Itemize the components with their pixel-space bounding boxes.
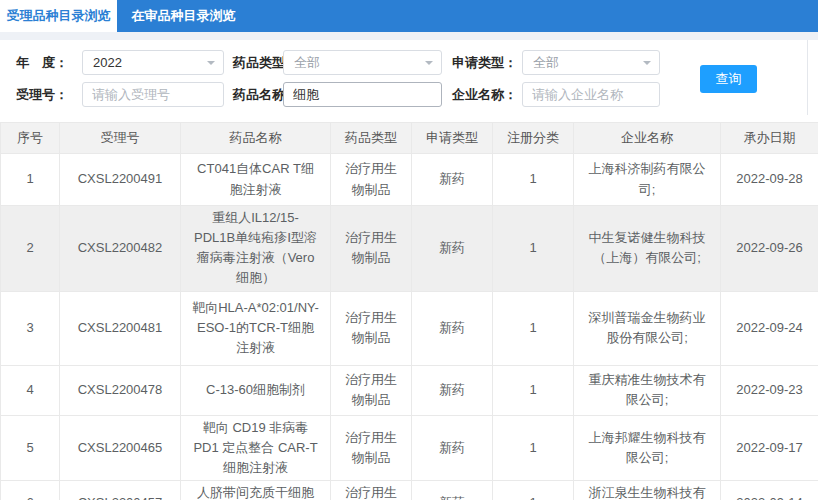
cell-no: 1 — [1, 154, 60, 206]
apply-type-select[interactable]: 全部 — [522, 50, 660, 75]
cell-drug-name: 靶向HLA-A*02:01/NY-ESO-1的TCR-T细胞注射液 — [181, 291, 331, 365]
header-no: 序号 — [1, 123, 60, 154]
header-drug-type: 药品类型 — [331, 123, 412, 154]
tab-bar: 受理品种目录浏览 在审品种目录浏览 — [0, 0, 818, 32]
table-row[interactable]: 3 CXSL2200481 靶向HLA-A*02:01/NY-ESO-1的TCR… — [1, 291, 818, 365]
cell-no: 5 — [1, 415, 60, 480]
cell-apply-type: 新药 — [412, 480, 493, 500]
cell-accept-no: CXSL2200465 — [60, 415, 181, 480]
company-input[interactable] — [522, 82, 660, 107]
cell-date: 2022-09-26 — [721, 206, 818, 292]
query-button[interactable]: 查询 — [700, 65, 757, 93]
cell-company: 重庆精准生物技术有限公司; — [574, 365, 721, 415]
year-select[interactable]: 2022 — [82, 50, 224, 75]
cell-drug-name: C-13-60细胞制剂 — [181, 365, 331, 415]
cell-company: 中生复诺健生物科技（上海）有限公司; — [574, 206, 721, 292]
cell-drug-name: 重组人IL12/15-PDL1B单纯疱疹Ⅰ型溶瘤病毒注射液（Vero细胞） — [181, 206, 331, 292]
accept-no-label: 受理号： — [16, 82, 68, 107]
cell-date: 2022-09-24 — [721, 291, 818, 365]
cell-no: 4 — [1, 365, 60, 415]
cell-company: 上海邦耀生物科技有限公司; — [574, 415, 721, 480]
divider — [0, 32, 818, 40]
year-select-value: 2022 — [93, 51, 122, 74]
cell-drug-type: 治疗用生物制品 — [331, 365, 412, 415]
table-row[interactable]: 1 CXSL2200491 CT041自体CAR T细胞注射液 治疗用生物制品 … — [1, 154, 818, 206]
cell-apply-type: 新药 — [412, 291, 493, 365]
chevron-down-icon — [643, 61, 651, 69]
cell-reg-class: 1 — [493, 154, 574, 206]
filter-panel: 年 度： 2022 药品类型： 全部 申请类型： 全部 受理号： 药品名称： 企… — [0, 40, 808, 115]
cell-apply-type: 新药 — [412, 206, 493, 292]
cell-drug-name: 人脐带间充质干细胞注射液 — [181, 480, 331, 500]
tab-under-review-catalog-label: 在审品种目录浏览 — [132, 7, 236, 25]
drug-type-select[interactable]: 全部 — [283, 50, 442, 75]
cell-drug-type: 治疗用生物制品 — [331, 154, 412, 206]
cell-apply-type: 新药 — [412, 415, 493, 480]
cell-date: 2022-09-14 — [721, 480, 818, 500]
tab-under-review-catalog[interactable]: 在审品种目录浏览 — [117, 0, 250, 32]
cell-apply-type: 新药 — [412, 365, 493, 415]
cell-accept-no: CXSL2200457 — [60, 480, 181, 500]
cell-date: 2022-09-17 — [721, 415, 818, 480]
header-date: 承办日期 — [721, 123, 818, 154]
cell-company: 深圳普瑞金生物药业股份有限公司; — [574, 291, 721, 365]
table-row[interactable]: 4 CXSL2200478 C-13-60细胞制剂 治疗用生物制品 新药 1 重… — [1, 365, 818, 415]
results-table: 序号 受理号 药品名称 药品类型 申请类型 注册分类 企业名称 承办日期 1 C… — [0, 122, 818, 500]
cell-accept-no: CXSL2200481 — [60, 291, 181, 365]
cell-accept-no: CXSL2200482 — [60, 206, 181, 292]
results-table-wrapper: 序号 受理号 药品名称 药品类型 申请类型 注册分类 企业名称 承办日期 1 C… — [0, 122, 818, 500]
tab-accepted-catalog-label: 受理品种目录浏览 — [7, 7, 111, 25]
chevron-down-icon — [425, 61, 433, 69]
header-apply-type: 申请类型 — [412, 123, 493, 154]
cell-company: 上海科济制药有限公司; — [574, 154, 721, 206]
cell-drug-type: 治疗用生物制品 — [331, 206, 412, 292]
cell-drug-name: CT041自体CAR T细胞注射液 — [181, 154, 331, 206]
year-label: 年 度： — [16, 50, 68, 75]
cell-apply-type: 新药 — [412, 154, 493, 206]
tab-bar-filler — [250, 0, 818, 32]
cell-date: 2022-09-28 — [721, 154, 818, 206]
cell-drug-type: 治疗用生物制品 — [331, 415, 412, 480]
cell-drug-name: 靶向 CD19 非病毒 PD1 定点整合 CAR-T 细胞注射液 — [181, 415, 331, 480]
apply-type-select-value: 全部 — [533, 51, 559, 74]
cell-reg-class: 1 — [493, 365, 574, 415]
cell-no: 2 — [1, 206, 60, 292]
cell-date: 2022-09-23 — [721, 365, 818, 415]
cell-reg-class: 1 — [493, 291, 574, 365]
company-label: 企业名称： — [452, 82, 517, 107]
cell-drug-type: 治疗用生物制品 — [331, 291, 412, 365]
cell-company: 浙江泉生生物科技有限公司; — [574, 480, 721, 500]
cell-drug-type: 治疗用生物制品 — [331, 480, 412, 500]
cell-reg-class: 1 — [493, 415, 574, 480]
accept-no-input[interactable] — [82, 82, 224, 107]
cell-reg-class: 1 — [493, 480, 574, 500]
header-drug-name: 药品名称 — [181, 123, 331, 154]
header-accept-no: 受理号 — [60, 123, 181, 154]
apply-type-label: 申请类型： — [452, 50, 517, 75]
cell-no: 6 — [1, 480, 60, 500]
cell-accept-no: CXSL2200491 — [60, 154, 181, 206]
header-company: 企业名称 — [574, 123, 721, 154]
header-reg-class: 注册分类 — [493, 123, 574, 154]
table-row[interactable]: 2 CXSL2200482 重组人IL12/15-PDL1B单纯疱疹Ⅰ型溶瘤病毒… — [1, 206, 818, 292]
chevron-down-icon — [207, 61, 215, 69]
cell-no: 3 — [1, 291, 60, 365]
drug-type-select-value: 全部 — [294, 51, 320, 74]
cell-reg-class: 1 — [493, 206, 574, 292]
tab-accepted-catalog[interactable]: 受理品种目录浏览 — [0, 0, 117, 32]
drug-name-input[interactable] — [283, 82, 442, 107]
table-row[interactable]: 5 CXSL2200465 靶向 CD19 非病毒 PD1 定点整合 CAR-T… — [1, 415, 818, 480]
table-header-row: 序号 受理号 药品名称 药品类型 申请类型 注册分类 企业名称 承办日期 — [1, 123, 818, 154]
table-row[interactable]: 6 CXSL2200457 人脐带间充质干细胞注射液 治疗用生物制品 新药 1 … — [1, 480, 818, 500]
cell-accept-no: CXSL2200478 — [60, 365, 181, 415]
